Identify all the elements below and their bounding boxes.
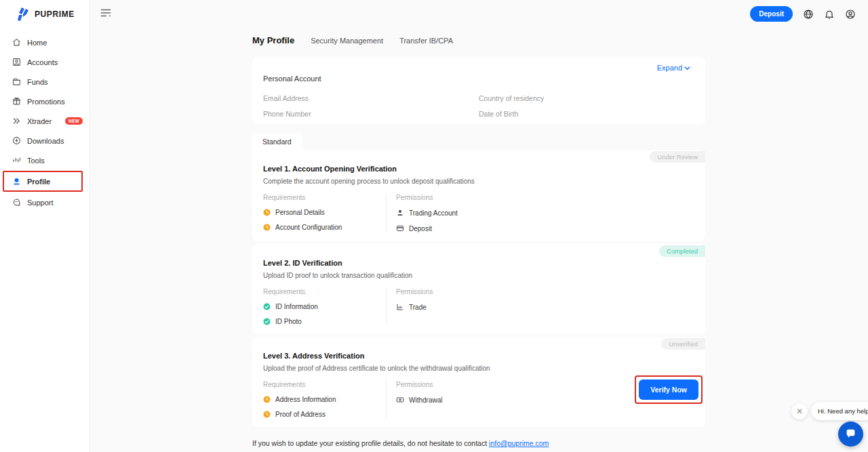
level-2-title: Level 2. ID Verification <box>263 259 694 267</box>
requirement-item: Account Configuration <box>263 224 386 231</box>
profile-icon <box>12 177 21 186</box>
sidebar-item-home[interactable]: Home <box>0 33 90 52</box>
status-badge: Under Review <box>650 151 705 163</box>
permission-label: Deposit <box>409 225 432 232</box>
puprime-logo-icon <box>17 7 31 22</box>
tab-standard[interactable]: Standard <box>252 133 302 150</box>
topbar-actions: Deposit <box>750 6 856 22</box>
withdrawal-cash-icon <box>396 396 404 404</box>
downloads-icon <box>12 136 21 145</box>
sidebar-item-tools[interactable]: Tools <box>0 150 90 170</box>
new-badge: NEW <box>65 117 83 125</box>
status-badge: Completed <box>659 245 705 257</box>
permission-item: Trade <box>396 303 694 311</box>
permissions-label: Permissions <box>396 194 694 201</box>
menu-collapse-icon[interactable] <box>100 8 111 18</box>
done-check-icon <box>263 318 271 325</box>
sidebar-item-label: Home <box>27 39 47 47</box>
support-icon <box>12 198 21 207</box>
notifications-bell-icon[interactable] <box>824 9 835 20</box>
requirement-item: Proof of Address <box>263 411 386 418</box>
requirement-label: Personal Details <box>275 209 325 216</box>
chat-close-button[interactable]: ✕ <box>791 403 808 419</box>
permission-label: Withdrawal <box>409 396 442 404</box>
chevron-down-icon <box>684 65 690 71</box>
sidebar-item-accounts[interactable]: Accounts <box>0 52 90 72</box>
level-3-card: Unverified Level 3. Address Verification… <box>252 337 705 427</box>
tab-security-management[interactable]: Security Management <box>311 37 383 45</box>
level-3-title: Level 3. Address Verification <box>263 352 694 360</box>
date-of-birth-label: Date of Birth <box>479 110 694 118</box>
requirement-label: Address Information <box>275 396 336 403</box>
requirements-column: Requirements Address Information Proof o… <box>263 381 386 418</box>
close-icon: ✕ <box>796 407 803 416</box>
chat-launcher-button[interactable] <box>838 422 863 447</box>
requirements-label: Requirements <box>263 194 386 201</box>
account-avatar-icon[interactable] <box>845 9 856 20</box>
sidebar-item-profile[interactable]: Profile <box>4 172 81 190</box>
sidebar-item-label: Accounts <box>27 58 58 66</box>
level-1-description: Complete the account opening process to … <box>263 178 694 185</box>
expand-label: Expand <box>657 64 682 72</box>
permissions-column: Permissions Trading Account Deposit <box>386 194 694 232</box>
pending-clock-icon <box>263 396 271 403</box>
requirement-item: Address Information <box>263 396 386 403</box>
contact-note: If you wish to update your existing prof… <box>252 439 705 447</box>
country-of-residency-label: Country of residency <box>479 94 694 102</box>
requirement-item: ID Photo <box>263 318 386 325</box>
level-3-columns: Requirements Address Information Proof o… <box>263 381 694 418</box>
requirement-label: ID Photo <box>275 318 302 325</box>
brand-name: PUPRIME <box>35 9 75 19</box>
level-3-description: Upload the proof of Address certificate … <box>263 365 694 372</box>
permission-label: Trading Account <box>409 209 458 217</box>
requirement-label: Proof of Address <box>275 411 326 418</box>
tab-transfer-ib-cpa[interactable]: Transfer IB/CPA <box>399 37 453 45</box>
sidebar-item-promotions[interactable]: Promotions <box>0 91 90 111</box>
profile-content: My Profile Security Management Transfer … <box>252 35 705 447</box>
funds-icon <box>12 77 21 86</box>
personal-fields: Email Address Country of residency Phone… <box>263 94 694 118</box>
chat-bubble-icon <box>844 428 857 440</box>
chat-greeting-bubble[interactable]: Hi. Need any help? <box>811 402 868 420</box>
verify-now-annotation-highlight: Verify Now <box>635 375 703 404</box>
sidebar-item-label: Profile <box>27 178 50 186</box>
requirement-item: ID Information <box>263 303 386 310</box>
tab-my-profile[interactable]: My Profile <box>252 35 294 45</box>
contact-email-link[interactable]: info@puprime.com <box>489 439 549 447</box>
pending-clock-icon <box>263 224 271 231</box>
personal-account-title: Personal Account <box>263 75 694 83</box>
sidebar-nav: Home Accounts Funds Promotions Xtrader N… <box>0 27 90 212</box>
sidebar-item-downloads[interactable]: Downloads <box>0 131 90 150</box>
sidebar-item-support[interactable]: Support <box>0 192 90 212</box>
sidebar: PUPRIME Home Accounts Funds Promotions X… <box>0 0 90 452</box>
permissions-label: Permissions <box>396 288 694 295</box>
personal-account-card: Expand Personal Account Email Address Co… <box>252 57 705 125</box>
requirement-item: Personal Details <box>263 209 386 216</box>
permission-label: Trade <box>409 304 427 311</box>
sidebar-item-label: Tools <box>27 157 45 165</box>
promotions-icon <box>12 97 21 106</box>
level-1-card: Under Review Level 1. Account Opening Ve… <box>252 150 705 241</box>
sidebar-item-label: Support <box>27 199 54 207</box>
main-area: Deposit My Profile Security Management T… <box>90 0 868 452</box>
language-globe-icon[interactable] <box>803 9 814 20</box>
sidebar-item-label: Downloads <box>27 137 64 145</box>
pending-clock-icon <box>263 411 271 418</box>
tools-icon <box>12 156 21 165</box>
pending-clock-icon <box>263 209 271 216</box>
requirements-column: Requirements ID Information ID Photo <box>263 288 386 325</box>
accounts-icon <box>12 58 21 66</box>
level-1-columns: Requirements Personal Details Account Co… <box>263 194 694 232</box>
home-icon <box>12 38 21 47</box>
expand-toggle[interactable]: Expand <box>657 64 690 72</box>
requirements-label: Requirements <box>263 288 386 295</box>
permission-item: Deposit <box>396 224 694 232</box>
page-tabs: My Profile Security Management Transfer … <box>252 35 705 45</box>
verify-now-button[interactable]: Verify Now <box>639 379 698 400</box>
sidebar-item-funds[interactable]: Funds <box>0 72 90 91</box>
deposit-button[interactable]: Deposit <box>750 6 793 22</box>
sidebar-item-label: Xtrader <box>27 117 52 125</box>
sidebar-item-xtrader[interactable]: Xtrader NEW <box>0 111 90 131</box>
deposit-card-icon <box>396 224 404 232</box>
email-address-label: Email Address <box>263 94 479 102</box>
